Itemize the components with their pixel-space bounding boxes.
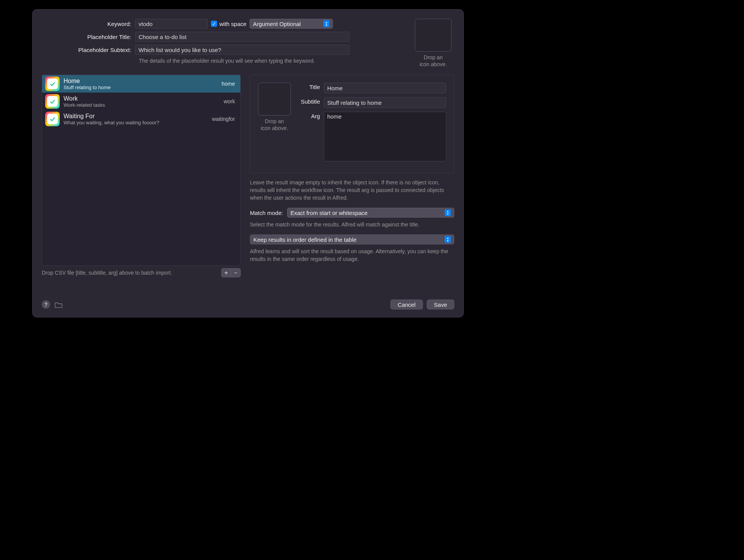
list-item-subtitle: Work-related tasks <box>64 102 220 108</box>
cancel-button[interactable]: Cancel <box>390 300 423 309</box>
placeholder-title-label: Placeholder Title: <box>42 34 135 40</box>
detail-subtitle-input[interactable] <box>324 97 446 108</box>
result-icon-well[interactable] <box>258 83 291 116</box>
results-list[interactable]: HomeStuff relating to home home WorkWork… <box>42 75 241 266</box>
detail-title-label: Title <box>297 83 324 90</box>
detail-title-input[interactable] <box>324 83 446 93</box>
placeholder-title-input[interactable] <box>135 32 349 42</box>
question-icon: ? <box>44 301 48 308</box>
argument-mode-value: Argument Optional <box>253 21 301 27</box>
placeholder-subtext-label: Placeholder Subtext: <box>42 47 135 53</box>
list-item-title: Home <box>64 78 218 85</box>
result-icon-caption: Drop anicon above. <box>258 118 291 132</box>
checkmark-app-icon <box>45 94 60 109</box>
list-item[interactable]: HomeStuff relating to home home <box>42 75 240 93</box>
detail-arg-label: Arg <box>297 112 324 119</box>
dropdown-arrows-icon: ▲▼ <box>445 209 451 216</box>
dropdown-arrows-icon: ▲▼ <box>323 20 330 27</box>
list-item-arg: work <box>224 98 237 104</box>
csv-import-hint: Drop CSV file [title, subtitle, arg] abo… <box>42 270 172 276</box>
match-mode-value: Exact from start or whitespace <box>290 210 368 216</box>
list-item-subtitle: Stuff relating to home <box>64 85 218 90</box>
plus-icon: ＋ <box>223 269 229 277</box>
help-button[interactable]: ? <box>42 300 50 309</box>
top-form: Keyword: with space Argument Optional ▲▼… <box>42 19 454 68</box>
list-item-subtitle: What you waiting, what you waiting foooo… <box>64 120 208 125</box>
with-space-label: with space <box>219 21 246 27</box>
list-item[interactable]: WorkWork-related tasks work <box>42 93 240 110</box>
match-mode-label: Match mode: <box>250 210 283 216</box>
result-detail-panel: Drop anicon above. Title Subtitle Arghom… <box>250 75 454 173</box>
placeholder-subtext-input[interactable] <box>135 45 349 55</box>
minus-icon: － <box>233 269 239 277</box>
list-item-arg: home <box>222 81 237 87</box>
object-icon-well[interactable] <box>415 19 452 52</box>
checkmark-app-icon <box>45 112 60 126</box>
detail-arg-input[interactable]: home <box>324 112 446 161</box>
workflow-list-filter-dialog: Keyword: with space Argument Optional ▲▼… <box>32 9 464 317</box>
object-icon-caption: Drop anicon above. <box>419 54 447 68</box>
list-item-arg: waitingfor <box>212 116 237 122</box>
result-image-help: Leave the result image empty to inherit … <box>250 179 454 202</box>
keyword-input[interactable] <box>135 19 208 29</box>
add-row-button[interactable]: ＋ <box>221 268 231 277</box>
result-order-help: Alfred learns and will sort the result b… <box>250 247 454 263</box>
dropdown-arrows-icon: ▲▼ <box>445 236 451 243</box>
save-button[interactable]: Save <box>427 300 454 309</box>
list-item[interactable]: Waiting ForWhat you waiting, what you wa… <box>42 110 240 128</box>
argument-mode-dropdown[interactable]: Argument Optional ▲▼ <box>250 19 333 29</box>
keyword-label: Keyword: <box>42 21 135 27</box>
match-mode-help: Select the match mode for the results. A… <box>250 221 454 228</box>
checkmark-app-icon <box>45 77 60 91</box>
detail-subtitle-label: Subtitle <box>297 97 324 105</box>
placeholder-help-text: The details of the placeholder result yo… <box>139 58 406 64</box>
remove-row-button[interactable]: － <box>231 268 241 277</box>
with-space-checkbox[interactable] <box>211 21 217 27</box>
match-mode-dropdown[interactable]: Exact from start or whitespace ▲▼ <box>287 208 454 218</box>
list-item-title: Waiting For <box>64 113 208 120</box>
dialog-footer: ? Cancel Save <box>42 300 454 309</box>
result-order-value: Keep results in order defined in the tab… <box>253 236 356 243</box>
list-item-title: Work <box>64 95 220 102</box>
result-order-dropdown[interactable]: Keep results in order defined in the tab… <box>250 234 454 244</box>
folder-icon[interactable] <box>54 301 63 308</box>
